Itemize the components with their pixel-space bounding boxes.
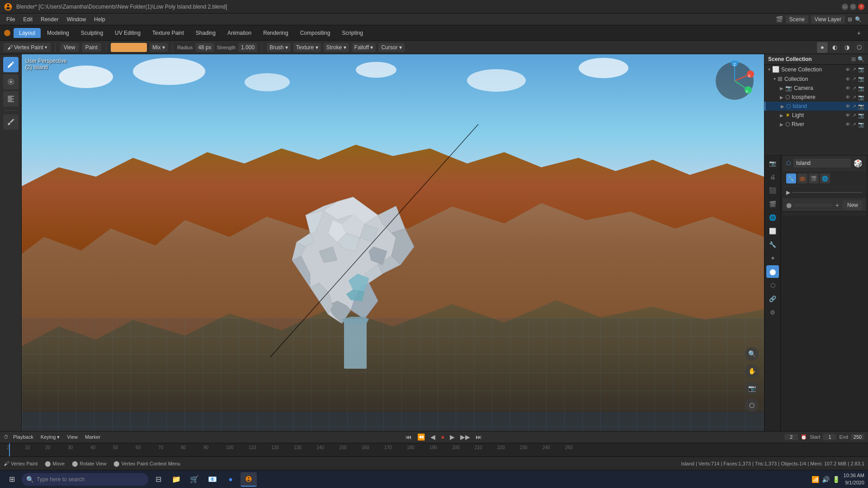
cursor-dropdown[interactable]: Cursor ▾ xyxy=(378,43,404,52)
render-icon[interactable]: 📷 xyxy=(858,66,864,72)
next-frame-button[interactable]: ▶▶ xyxy=(459,433,472,441)
camera-hide[interactable]: 👁 xyxy=(845,85,850,91)
active-object-name[interactable]: Island xyxy=(793,159,851,168)
mail-button[interactable]: 📧 xyxy=(204,472,221,487)
texture-dropdown[interactable]: Texture ▾ xyxy=(293,43,321,52)
battery-icon[interactable]: 🔋 xyxy=(832,476,840,483)
outliner-island[interactable]: ▶ ⬡ Island 👁 ↗ 📷 xyxy=(764,102,868,111)
river-hide[interactable]: 👁 xyxy=(845,122,850,127)
menu-window[interactable]: Window xyxy=(63,15,90,23)
prev-frame-button[interactable]: ◀ xyxy=(429,433,437,441)
material-shading-button[interactable]: ◑ xyxy=(841,42,852,53)
hide-icon[interactable]: 👁 xyxy=(845,67,850,72)
tool-settings-button[interactable]: 🔧 xyxy=(786,174,796,183)
data-props-button[interactable]: ⬡ xyxy=(766,279,779,291)
menu-edit[interactable]: Edit xyxy=(19,15,36,23)
tab-animation[interactable]: Animation xyxy=(222,28,257,38)
solid-shading-button[interactable]: ● xyxy=(817,42,828,53)
add-material-slot-button[interactable]: + xyxy=(834,202,841,209)
play-button[interactable]: ▶ xyxy=(786,189,790,196)
scene-button[interactable]: 🎬 xyxy=(809,174,819,183)
jump-end-button[interactable]: ⏭ xyxy=(474,433,483,441)
object-props-button[interactable]: ⬜ xyxy=(766,225,779,237)
scene-selector[interactable]: Scene xyxy=(786,15,808,23)
pan-button[interactable]: ✋ xyxy=(745,364,759,378)
particles-props-button[interactable]: ✦ xyxy=(766,252,779,264)
task-view-button[interactable]: ⊟ xyxy=(150,472,166,487)
tab-sculpting[interactable]: Sculpting xyxy=(75,28,108,38)
falloff-dropdown[interactable]: Falloff ▾ xyxy=(352,43,376,52)
timeline-view-label[interactable]: View xyxy=(64,433,80,441)
tab-compositing[interactable]: Compositing xyxy=(295,28,336,38)
explorer-button[interactable]: 📁 xyxy=(168,472,184,487)
radius-value[interactable]: 48 px xyxy=(195,43,214,52)
store-button[interactable]: 🛒 xyxy=(186,472,203,487)
menu-render[interactable]: Render xyxy=(37,15,62,23)
draw-tool-button[interactable] xyxy=(3,57,19,72)
modifier-props-button[interactable]: 🔧 xyxy=(766,238,779,251)
camera-select[interactable]: ↗ xyxy=(852,85,856,91)
collection-select[interactable]: ↗ xyxy=(852,76,856,82)
blur-tool-button[interactable] xyxy=(3,74,19,89)
brush-dropdown[interactable]: Brush ▾ xyxy=(267,43,291,52)
timeline-scrubber[interactable] xyxy=(792,192,863,193)
icosphere-select[interactable]: ↗ xyxy=(852,94,856,100)
menu-help[interactable]: Help xyxy=(90,15,109,23)
tab-scripting[interactable]: Scripting xyxy=(336,28,368,38)
new-material-button[interactable]: New xyxy=(843,201,863,210)
render-props-button[interactable]: 📷 xyxy=(766,157,779,169)
brush-color-swatch[interactable] xyxy=(111,43,147,52)
close-button[interactable]: ✕ xyxy=(858,4,864,10)
outliner-river[interactable]: ▶ ⬡ River 👁 ↗ 📷 xyxy=(764,120,868,129)
navigation-gizmo[interactable]: X Y Z ✦ xyxy=(714,61,755,101)
light-render[interactable]: 📷 xyxy=(858,113,864,118)
tab-rendering[interactable]: Rendering xyxy=(258,28,293,38)
collection-hide[interactable]: 👁 xyxy=(845,76,850,82)
constraints-props-button[interactable]: 🔗 xyxy=(766,292,779,305)
icosphere-hide[interactable]: 👁 xyxy=(845,94,850,100)
blender-taskbar-button[interactable] xyxy=(241,472,257,487)
taskbar-search-box[interactable]: 🔍 Type here to search xyxy=(22,473,148,486)
view-layer-selector[interactable]: View Layer xyxy=(811,15,845,23)
marker-label[interactable]: Marker xyxy=(82,433,103,441)
material-name-field[interactable] xyxy=(793,204,832,206)
outliner-light[interactable]: ▶ ☀ Light 👁 ↗ 📷 xyxy=(764,111,868,120)
current-frame-display[interactable]: 2 xyxy=(784,434,798,440)
prev-keyframe-button[interactable]: ⏪ xyxy=(416,433,426,441)
keying-label[interactable]: Keying ▾ xyxy=(38,433,63,441)
active-tool-button[interactable]: 💼 xyxy=(797,174,807,183)
brush-blend-mode[interactable]: Mix ▾ xyxy=(150,43,168,52)
select-icon[interactable]: ↗ xyxy=(852,66,856,72)
zoom-in-button[interactable]: 🔍 xyxy=(745,347,759,361)
average-tool-button[interactable] xyxy=(3,91,19,107)
light-select[interactable]: ↗ xyxy=(852,113,856,118)
island-render[interactable]: 📷 xyxy=(858,103,864,109)
windows-start-button[interactable]: ⊞ xyxy=(4,472,20,487)
jump-start-button[interactable]: ⏮ xyxy=(404,433,413,441)
chrome-button[interactable]: ● xyxy=(222,472,239,487)
camera-render[interactable]: 📷 xyxy=(858,85,864,91)
start-frame-input[interactable]: 1 xyxy=(823,434,836,440)
menu-file[interactable]: File xyxy=(3,15,19,23)
outliner-collection[interactable]: ▾ ⊞ Collection 👁 ↗ 📷 xyxy=(764,74,868,84)
wireframe-button[interactable]: ⬡ xyxy=(854,42,864,53)
stroke-dropdown[interactable]: Stroke ▾ xyxy=(324,43,349,52)
camera-view-button[interactable]: 📷 xyxy=(745,381,759,395)
paint-menu-button[interactable]: Paint xyxy=(82,43,101,52)
outliner-scene-collection[interactable]: ▾ ⬜ Scene Collection 👁 ↗ 📷 xyxy=(764,65,868,74)
clock[interactable]: 10:36 AM 9/1/2020 xyxy=(844,472,864,486)
play-button[interactable]: ▶ xyxy=(448,433,456,441)
river-select[interactable]: ↗ xyxy=(852,122,856,127)
rendered-shading-button[interactable]: ◐ xyxy=(829,42,840,53)
playback-label[interactable]: Playback xyxy=(10,433,36,441)
end-frame-input[interactable]: 250 xyxy=(851,434,864,440)
timeline-ruler[interactable]: 2 10 20 30 40 50 60 70 80 90 100 110 120… xyxy=(0,443,868,456)
record-button[interactable]: ● xyxy=(439,433,446,441)
world-props-button[interactable]: 🌐 xyxy=(766,211,779,224)
island-hide[interactable]: 👁 xyxy=(845,103,850,109)
tab-layout[interactable]: Layout xyxy=(14,28,41,38)
maximize-button[interactable]: □ xyxy=(850,4,856,10)
world-button[interactable]: 🌐 xyxy=(820,174,830,183)
scene-props-button[interactable]: 🎬 xyxy=(766,197,779,210)
3d-viewport[interactable]: X Y Z ✦ 🔍 ✋ xyxy=(22,54,764,431)
